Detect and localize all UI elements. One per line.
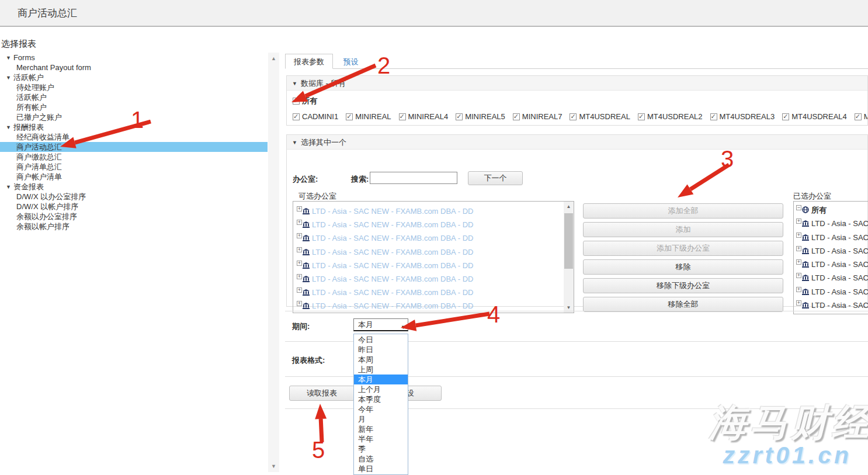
transfer-button-5[interactable]: 移除全部 bbox=[583, 297, 783, 312]
database-checkbox-item[interactable]: MINIREAL5 bbox=[456, 112, 505, 121]
expand-icon[interactable]: + bbox=[297, 220, 302, 225]
tree-item-0[interactable]: ▼Forms bbox=[0, 53, 268, 63]
expand-icon[interactable]: + bbox=[796, 246, 801, 251]
database-checkbox-item[interactable]: MINIREAL4 bbox=[399, 112, 449, 121]
database-checkbox-item[interactable]: MINIREAL7 bbox=[513, 112, 563, 121]
expand-icon[interactable]: + bbox=[297, 233, 302, 238]
selected-office-item[interactable]: +LTD - Asia - SAC NEW - FXAMB.com DBA - … bbox=[796, 244, 868, 258]
period-option[interactable]: 半年 bbox=[354, 434, 408, 444]
expand-icon[interactable]: + bbox=[297, 274, 302, 279]
expand-icon[interactable]: + bbox=[796, 259, 801, 265]
scroll-up-icon[interactable]: ▲ bbox=[268, 54, 279, 63]
sidebar-scrollbar[interactable]: ▲ ▼ bbox=[268, 53, 279, 472]
expand-icon[interactable]: + bbox=[796, 287, 801, 292]
period-option[interactable]: 本季度 bbox=[354, 394, 408, 404]
available-office-item[interactable]: +LTD - Asia - SAC NEW - FXAMB.com DBA - … bbox=[297, 272, 574, 286]
database-checkbox[interactable] bbox=[456, 113, 463, 120]
database-label: MT4USDREAL5 bbox=[864, 112, 867, 121]
period-option[interactable]: 今年 bbox=[354, 404, 408, 414]
expand-icon[interactable]: + bbox=[796, 219, 801, 224]
selected-office-item[interactable]: +LTD - Asia - SAC NEW - FXAMB.com DBA - … bbox=[796, 231, 868, 244]
tree-item-8[interactable]: 经纪商收益清单 bbox=[0, 132, 268, 142]
period-option[interactable]: 今日 bbox=[354, 335, 408, 345]
collapse-icon[interactable]: − bbox=[796, 205, 801, 210]
tree-item-1[interactable]: Merchant Payout form bbox=[0, 63, 268, 72]
period-option[interactable]: 月 bbox=[354, 414, 408, 424]
expand-icon[interactable]: + bbox=[297, 206, 302, 212]
period-option[interactable]: 本周 bbox=[354, 355, 408, 365]
expand-icon[interactable]: + bbox=[297, 287, 302, 293]
expand-icon[interactable]: + bbox=[297, 261, 302, 266]
available-office-item[interactable]: +LTD - Asia - SAC NEW - FXAMB.com DBA - … bbox=[297, 218, 574, 231]
tree-item-16[interactable]: 余额以办公室排序 bbox=[0, 212, 268, 221]
tree-item-14[interactable]: D/W/X 以办公室排序 bbox=[0, 192, 268, 202]
transfer-button-3[interactable]: 移除 bbox=[583, 259, 783, 275]
selected-offices-root[interactable]: −所有 bbox=[796, 203, 868, 217]
selected-office-item[interactable]: +LTD - Asia - SAC NEW - FXAMB.com DBA - … bbox=[796, 217, 868, 230]
office-section-header[interactable]: ▼选择其中一个 bbox=[287, 135, 867, 150]
selected-office-item[interactable]: +LTD - Asia - SAC NEW - FXAMB.com DBA - … bbox=[796, 299, 868, 312]
tree-item-11[interactable]: 商户清单总汇 bbox=[0, 162, 268, 172]
database-checkbox[interactable] bbox=[855, 113, 862, 120]
period-option[interactable]: 上个月 bbox=[354, 384, 408, 394]
tree-item-15[interactable]: D/W/X 以帐户排序 bbox=[0, 202, 268, 212]
period-option[interactable]: 季 bbox=[354, 444, 408, 454]
scrollbar-thumb[interactable] bbox=[564, 213, 573, 269]
database-all-row[interactable]: 所有 bbox=[293, 96, 867, 106]
load-report-button[interactable]: 读取报表 bbox=[289, 386, 355, 401]
tab-presets[interactable]: 预设 bbox=[335, 54, 367, 70]
period-option[interactable]: 自选 bbox=[354, 454, 408, 464]
database-checkbox-item[interactable]: MT4USDREAL5 bbox=[855, 112, 867, 121]
database-checkbox[interactable] bbox=[638, 113, 645, 120]
expand-icon[interactable]: + bbox=[796, 273, 801, 278]
database-checkbox[interactable] bbox=[570, 113, 577, 120]
tree-item-4[interactable]: 活跃帐户 bbox=[0, 92, 268, 102]
database-checkbox-item[interactable]: MINIREAL bbox=[346, 112, 391, 121]
database-checkbox-item[interactable]: MT4USDREAL2 bbox=[638, 112, 703, 121]
tree-item-12[interactable]: 商户帐户清单 bbox=[0, 172, 268, 182]
office-search-input[interactable] bbox=[370, 172, 457, 184]
database-checkbox-item[interactable]: MT4USDREAL bbox=[570, 112, 630, 121]
tree-item-17[interactable]: 余额以帐户排序 bbox=[0, 221, 268, 231]
database-checkbox-item[interactable]: CADMINI1 bbox=[293, 112, 338, 121]
expand-icon[interactable]: + bbox=[297, 301, 302, 306]
database-checkbox[interactable] bbox=[710, 113, 717, 120]
period-option[interactable]: 上周 bbox=[354, 365, 408, 375]
database-checkbox[interactable] bbox=[346, 113, 353, 120]
tree-item-10[interactable]: 商户缴款总汇 bbox=[0, 152, 268, 162]
period-option[interactable]: 本月 bbox=[354, 375, 408, 384]
database-checkbox[interactable] bbox=[399, 113, 406, 120]
tree-item-13[interactable]: ▼资金报表 bbox=[0, 182, 268, 192]
period-option[interactable]: 昨日 bbox=[354, 345, 408, 355]
available-office-item[interactable]: +LTD - Asia - SAC NEW - FXAMB.com DBA - … bbox=[297, 204, 574, 218]
tree-item-2[interactable]: ▼活跃帐户 bbox=[0, 72, 268, 82]
expand-icon[interactable]: + bbox=[796, 300, 801, 306]
expand-icon[interactable]: + bbox=[297, 247, 302, 252]
scroll-up-icon[interactable]: ▲ bbox=[564, 202, 574, 211]
period-option[interactable]: 新年 bbox=[354, 424, 408, 434]
selected-office-item[interactable]: +LTD - Asia - SAC NEW - FXAMB.com DBA - … bbox=[796, 258, 868, 271]
database-checkbox[interactable] bbox=[513, 113, 520, 120]
selected-office-item[interactable]: +LTD - Asia - SAC NEW - FXAMB.com DBA - … bbox=[796, 271, 868, 285]
selected-office-item[interactable]: +LTD - Asia - SAC NEW - FXAMB.com DBA - … bbox=[796, 285, 868, 299]
available-office-item[interactable]: +LTD - Asia - SAC NEW - FXAMB.com DBA - … bbox=[297, 245, 574, 259]
available-office-item[interactable]: +LTD - Asia - SAC NEW - FXAMB.com DBA - … bbox=[297, 286, 574, 299]
tree-item-3[interactable]: 待处理账户 bbox=[0, 82, 268, 92]
database-checkbox-item[interactable]: MT4USDREAL3 bbox=[710, 112, 775, 121]
expand-icon[interactable]: + bbox=[796, 233, 801, 238]
scroll-down-icon[interactable]: ▼ bbox=[268, 462, 279, 471]
all-databases-checkbox[interactable] bbox=[293, 98, 300, 105]
period-option[interactable]: 单日 bbox=[354, 464, 408, 474]
database-checkbox-item[interactable]: MT4USDREAL4 bbox=[782, 112, 847, 121]
tab-report-params[interactable]: 报表参数 bbox=[285, 54, 333, 69]
available-office-item[interactable]: +LTD - Asia - SAC NEW - FXAMB.com DBA - … bbox=[297, 259, 574, 272]
list-scrollbar[interactable]: ▲ ▼ bbox=[564, 202, 574, 313]
available-office-item[interactable]: +LTD - Asia - SAC NEW - FXAMB.com DBA - … bbox=[297, 231, 574, 245]
transfer-button-4[interactable]: 移除下级办公室 bbox=[583, 278, 783, 293]
database-checkbox[interactable] bbox=[293, 113, 300, 120]
tree-item-9[interactable]: 商户活动总汇 bbox=[0, 142, 268, 152]
database-section-header[interactable]: ▼数据库 - 所有 bbox=[287, 76, 867, 91]
next-button[interactable]: 下一个 bbox=[468, 171, 523, 185]
period-select[interactable]: 本月 ▼ bbox=[353, 318, 408, 331]
database-checkbox[interactable] bbox=[782, 113, 789, 120]
